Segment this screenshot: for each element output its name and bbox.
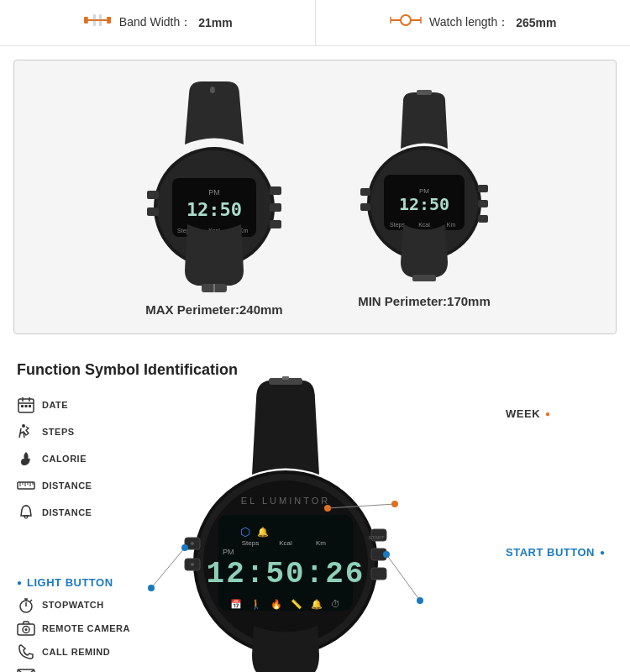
svg-text:12:50: 12:50 xyxy=(186,199,242,220)
svg-point-7 xyxy=(401,15,411,25)
svg-point-94 xyxy=(417,597,423,604)
svg-text:PM: PM xyxy=(223,548,234,556)
svg-text:Km: Km xyxy=(316,539,326,547)
svg-text:Kcal: Kcal xyxy=(279,539,292,547)
max-watch-svg: 12:50 PM Steps Kcal Km xyxy=(122,77,307,296)
svg-point-68 xyxy=(191,542,194,545)
spec-bar: Band Width： 21mm Watch length： 265mm xyxy=(0,0,630,46)
svg-text:🚶: 🚶 xyxy=(250,598,262,610)
func-distance-bell: DISTANCE xyxy=(17,503,134,522)
svg-rect-15 xyxy=(147,191,159,199)
svg-line-95 xyxy=(151,548,185,588)
svg-point-97 xyxy=(148,585,155,591)
func-steps: STEPS xyxy=(17,423,134,441)
svg-point-90 xyxy=(324,505,331,512)
svg-text:Steps: Steps xyxy=(390,222,405,228)
svg-text:12:50:26: 12:50:26 xyxy=(207,557,365,591)
svg-text:EL LUMINTOR: EL LUMINTOR xyxy=(241,496,330,506)
max-watch-figure: 12:50 PM Steps Kcal Km MAX Perimeter:240… xyxy=(122,77,307,317)
distance-bell-label: DISTANCE xyxy=(42,507,92,517)
svg-text:Steps: Steps xyxy=(242,539,259,547)
svg-text:⬡: ⬡ xyxy=(240,525,250,538)
svg-point-69 xyxy=(191,563,194,566)
band-width-value: 21mm xyxy=(198,16,232,29)
svg-rect-31 xyxy=(360,188,370,196)
calorie-label: CALORIE xyxy=(42,454,87,464)
date-label: DATE xyxy=(42,400,68,410)
svg-text:PM: PM xyxy=(208,188,220,197)
svg-rect-49 xyxy=(29,405,31,407)
watch-length-value: 265mm xyxy=(516,16,556,29)
svg-text:Km: Km xyxy=(447,222,456,228)
svg-rect-32 xyxy=(360,203,370,211)
svg-rect-72 xyxy=(371,568,386,580)
svg-rect-16 xyxy=(147,207,159,216)
min-watch-figure: 12:50 PM Steps Kcal Km MIN Perimeter:170… xyxy=(340,86,508,308)
svg-text:START: START xyxy=(368,535,384,540)
svg-rect-28 xyxy=(417,90,432,95)
svg-point-12 xyxy=(210,87,215,93)
svg-rect-61 xyxy=(282,376,289,380)
bell-icon xyxy=(17,503,35,522)
band-width-label: Band Width： xyxy=(119,15,192,30)
watch-length-label: Watch length： xyxy=(429,15,509,30)
min-watch-svg: 12:50 PM Steps Kcal Km xyxy=(340,86,508,287)
svg-text:🔔: 🔔 xyxy=(257,526,269,538)
svg-text:Kcal: Kcal xyxy=(418,222,430,228)
svg-text:12:50: 12:50 xyxy=(399,194,449,214)
band-width-spec: Band Width： 21mm xyxy=(0,0,316,45)
func-date: DATE xyxy=(17,396,134,414)
steps-icon xyxy=(17,423,35,441)
svg-text:📏: 📏 xyxy=(291,598,302,610)
start-button-label: START BUTTON xyxy=(506,546,595,559)
func-calorie: CALORIE xyxy=(17,449,134,468)
svg-text:🔥: 🔥 xyxy=(270,598,282,610)
svg-rect-19 xyxy=(270,220,281,228)
flame-icon xyxy=(17,449,35,468)
function-section: Function Symbol Identification DA xyxy=(0,348,630,672)
max-perimeter-label: MAX Perimeter:240mm xyxy=(145,302,282,317)
watch-length-spec: Watch length： 265mm xyxy=(316,0,631,45)
svg-rect-34 xyxy=(478,200,488,207)
svg-line-92 xyxy=(386,554,420,601)
steps-label: STEPS xyxy=(42,427,75,437)
watch-length-icon xyxy=(389,10,423,35)
svg-rect-6 xyxy=(99,14,102,26)
svg-text:PM: PM xyxy=(419,187,429,195)
svg-text:⏱: ⏱ xyxy=(331,599,340,609)
band-width-icon xyxy=(82,10,113,35)
ruler-icon xyxy=(17,476,35,495)
func-distance-ruler: DISTANCE xyxy=(17,476,134,495)
calendar-icon xyxy=(17,396,35,414)
svg-point-91 xyxy=(391,501,398,507)
svg-rect-5 xyxy=(93,14,96,26)
svg-point-96 xyxy=(181,544,188,551)
svg-rect-18 xyxy=(270,203,281,212)
svg-point-50 xyxy=(22,424,25,428)
min-perimeter-label: MIN Perimeter:170mm xyxy=(358,294,491,308)
svg-text:🔔: 🔔 xyxy=(311,598,323,610)
svg-rect-47 xyxy=(21,405,24,407)
svg-point-93 xyxy=(383,551,390,558)
distance-ruler-label: DISTANCE xyxy=(42,480,92,491)
svg-rect-42 xyxy=(412,275,436,281)
week-label: WEEK xyxy=(506,407,540,420)
svg-rect-17 xyxy=(270,186,281,195)
svg-text:📅: 📅 xyxy=(230,598,242,610)
watch-image-section: 12:50 PM Steps Kcal Km MAX Perimeter:240… xyxy=(13,60,617,334)
center-watch-svg: EL LUMINTOR START ⬡ 🔔 xyxy=(126,374,445,672)
svg-rect-33 xyxy=(478,185,488,192)
svg-rect-35 xyxy=(478,215,488,223)
svg-rect-48 xyxy=(25,405,28,407)
